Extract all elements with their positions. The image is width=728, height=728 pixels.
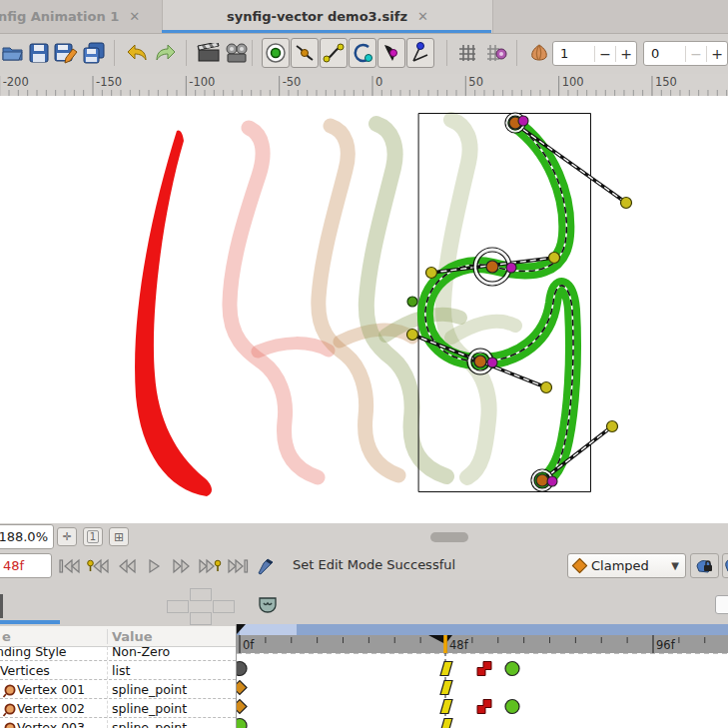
canvas-bottom-bar: 188.0% ✛ 1 ⊞ <box>0 523 728 551</box>
svg-text:0: 0 <box>375 75 382 89</box>
spin-minus-button[interactable]: − <box>594 46 615 62</box>
svg-text:0f: 0f <box>243 638 255 652</box>
play-button[interactable] <box>140 554 167 577</box>
toggle-position-handles[interactable] <box>262 38 290 68</box>
onion-past-spinbox[interactable]: 1 − + <box>552 41 637 66</box>
tab-synfig-vector-demo3[interactable]: synfig-vector demo3.sifz ✕ <box>162 0 493 33</box>
status-message: Set Edit Mode Successful <box>293 557 455 572</box>
seek-end-button[interactable] <box>225 554 252 577</box>
dock-target-bottom <box>190 612 212 625</box>
panel-corner-button[interactable] <box>715 595 728 614</box>
snap-grid-button[interactable] <box>483 40 509 66</box>
canvas-drawing <box>0 96 728 523</box>
save-as-button[interactable] <box>53 40 79 66</box>
params-rows: nding StyleNon-ZeroVerticeslistVertex 00… <box>0 647 236 728</box>
param-value: spline_point <box>112 682 187 697</box>
svg-text:48f: 48f <box>449 638 469 652</box>
column-separator <box>107 647 109 728</box>
toggle-vertex-handles[interactable] <box>291 38 319 68</box>
spin-minus-button[interactable]: − <box>685 46 706 62</box>
toolbar-separator <box>114 40 115 66</box>
show-grid-button[interactable] <box>454 40 480 66</box>
param-name: Vertex 003 <box>17 720 85 728</box>
prev-frame-button[interactable] <box>113 554 140 577</box>
param-row-vertex-001[interactable]: Vertex 001spline_point <box>0 680 236 699</box>
param-value: spline_point <box>112 701 187 716</box>
param-row-vertices[interactable]: Verticeslist <box>0 661 236 680</box>
red-stroke-shape[interactable] <box>135 130 212 496</box>
document-tab-bar: nfig Animation 1 ✕ synfig-vector demo3.s… <box>0 0 728 34</box>
undo-button[interactable] <box>124 40 150 66</box>
synfig-studio-window: nfig Animation 1 ✕ synfig-vector demo3.s… <box>0 0 728 728</box>
zoom-level-field[interactable]: 188.0% <box>0 524 54 549</box>
seek-begin-button[interactable] <box>55 554 82 577</box>
toolbar-separator <box>446 40 447 66</box>
svg-text:50: 50 <box>468 75 483 89</box>
open-file-button[interactable] <box>0 40 26 66</box>
param-name: Vertex 001 <box>17 682 85 697</box>
spline-point-icon <box>2 721 16 728</box>
timetrack-shield-icon[interactable] <box>258 595 278 619</box>
onion-skin-button[interactable] <box>526 40 552 66</box>
svg-text:-50: -50 <box>283 75 302 89</box>
toggle-radius-handles[interactable] <box>349 38 376 68</box>
svg-text:100: 100 <box>562 75 584 89</box>
spin-plus-button[interactable]: + <box>706 46 727 62</box>
preview-button[interactable] <box>224 40 250 66</box>
close-icon[interactable]: ✕ <box>129 9 140 24</box>
active-tab-indicator <box>162 30 491 33</box>
column-name-header[interactable]: e <box>2 629 11 644</box>
column-value-header[interactable]: Value <box>107 629 153 644</box>
interpolation-value: Clamped <box>591 558 665 573</box>
svg-text:-150: -150 <box>96 75 122 89</box>
dock-target-left <box>167 600 189 613</box>
time-value: 48f <box>3 558 24 573</box>
prev-keyframe-button[interactable] <box>84 554 111 577</box>
current-time-field[interactable]: 48f <box>0 553 52 578</box>
toolbar-separator <box>186 40 187 66</box>
loop-handle[interactable] <box>407 297 417 307</box>
timetrack-area[interactable]: 0f48f96f <box>237 624 728 728</box>
spin-value: 1 <box>553 46 594 61</box>
svg-text:150: 150 <box>655 75 677 89</box>
spin-plus-button[interactable]: + <box>615 46 636 62</box>
svg-text:-100: -100 <box>189 75 215 89</box>
horizontal-scrollbar-thumb[interactable] <box>430 532 468 542</box>
lock-past-keyframe-button[interactable] <box>690 553 719 578</box>
tile-view-button[interactable]: ⊞ <box>109 527 129 546</box>
onion-future-spinbox[interactable]: 0 − + <box>643 41 728 66</box>
render-preview-icon[interactable] <box>252 554 279 577</box>
save-button[interactable] <box>26 40 52 66</box>
panel-active-tab-indicator <box>0 620 60 624</box>
next-keyframe-button[interactable] <box>196 554 223 577</box>
param-name: Vertices <box>0 663 50 678</box>
param-name: Vertex 002 <box>17 701 85 716</box>
param-value: Non-Zero <box>112 647 170 659</box>
close-icon[interactable]: ✕ <box>417 9 428 24</box>
param-value: spline_point <box>112 720 187 728</box>
svg-text:96f: 96f <box>656 638 676 652</box>
next-frame-button[interactable] <box>168 554 195 577</box>
toggle-width-handles[interactable] <box>377 38 405 68</box>
zoom-value: 188.0% <box>0 529 48 544</box>
clamped-diamond-icon <box>572 558 588 574</box>
tab-label: nfig Animation 1 <box>0 9 119 24</box>
param-row-vertex-003[interactable]: Vertex 003spline_point <box>0 718 236 728</box>
toggle-tangent-handles[interactable] <box>320 38 348 68</box>
toolbar-separator <box>516 40 517 66</box>
default-interpolation-dropdown[interactable]: Clamped ▼ <box>567 553 686 578</box>
render-button[interactable] <box>196 40 222 66</box>
panel-tab-sliver[interactable] <box>0 594 3 618</box>
timetrack-svg: 0f48f96f <box>237 624 728 728</box>
redo-button[interactable] <box>153 40 179 66</box>
canvas-workarea[interactable] <box>0 96 728 523</box>
tab-animation-1[interactable]: nfig Animation 1 ✕ <box>0 0 168 33</box>
spin-value: 0 <box>644 46 685 61</box>
toggle-angle-handles[interactable] <box>406 38 434 68</box>
save-all-button[interactable] <box>82 40 108 66</box>
lock-future-keyframe-button[interactable] <box>722 553 728 578</box>
param-row-nding-style[interactable]: nding StyleNon-Zero <box>0 647 236 661</box>
param-row-vertex-002[interactable]: Vertex 002spline_point <box>0 699 236 718</box>
zoom-fit-button[interactable]: ✛ <box>57 527 77 546</box>
zoom-100-button[interactable]: 1 <box>83 527 103 546</box>
